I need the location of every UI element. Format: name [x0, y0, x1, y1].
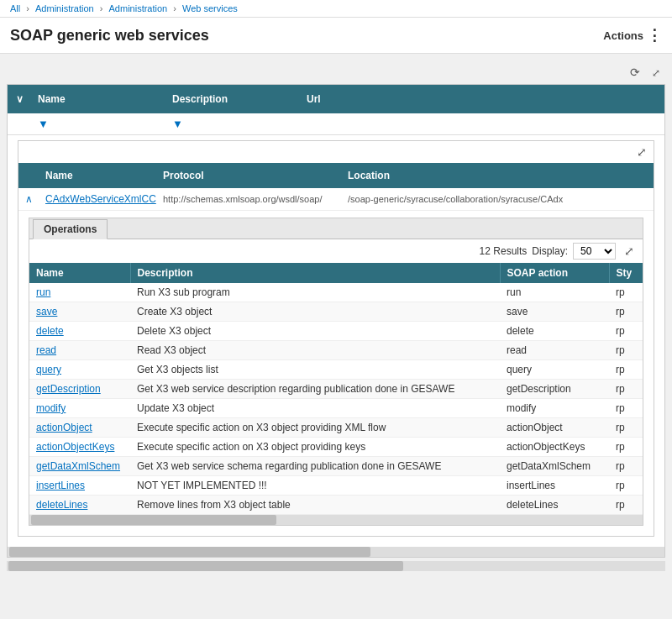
ops-row-soap: run	[500, 283, 609, 302]
ops-row-description: Execute specific action on X3 object pro…	[130, 418, 500, 438]
ops-row-description: Delete X3 object	[130, 322, 500, 341]
inner-fullscreen-icon: ⤢	[637, 145, 647, 159]
outer-table-container: ∨ Name Description Url ▼ ▼ ⤢ Name	[7, 84, 665, 558]
ops-row-name[interactable]: insertLines	[29, 476, 130, 496]
ops-table-row: deleteLinesRemove lines from X3 object t…	[29, 496, 643, 515]
ops-row-description: Execute specific action on X3 object pro…	[130, 438, 500, 457]
ops-header-row: Name Description SOAP action Sty	[29, 263, 643, 283]
ops-table-row: runRun X3 sub programrunrp	[29, 283, 643, 302]
ops-table-row: queryGet X3 objects listqueryrp	[29, 360, 643, 380]
outer-th-chevron: ∨	[8, 90, 31, 108]
ops-row-description: Get X3 objects list	[130, 360, 500, 380]
ops-row-style: rp	[609, 496, 643, 515]
ops-row-style: rp	[609, 322, 643, 341]
ops-table-row: actionObjectKeysExecute specific action …	[29, 438, 643, 457]
ops-row-style: rp	[609, 360, 643, 380]
actions-button[interactable]: Actions ⋮	[603, 26, 662, 45]
ops-row-soap: query	[500, 360, 609, 380]
actions-label: Actions	[603, 29, 643, 42]
ops-row-description: NOT YET IMPLEMENTED !!!	[130, 476, 500, 496]
inner-table-header: Name Protocol Location	[18, 163, 654, 188]
page-title: SOAP generic web services	[10, 27, 209, 45]
ops-th-style: Sty	[609, 263, 643, 283]
main-content: ⟳ ⤢ ∨ Name Description Url ▼ ▼	[0, 54, 672, 578]
inner-toolbar: ⤢	[18, 141, 654, 163]
ops-table-head: Name Description SOAP action Sty	[29, 263, 643, 283]
ops-row-description: Get X3 web service description regarding…	[130, 380, 500, 399]
inner-fullscreen-button[interactable]: ⤢	[633, 144, 650, 160]
ops-fullscreen-button[interactable]: ⤢	[621, 243, 638, 260]
toolbar-row: ⟳ ⤢	[7, 60, 665, 84]
display-label: Display:	[532, 245, 568, 257]
ops-row-name[interactable]: delete	[29, 322, 130, 341]
outer-th-name: Name	[31, 90, 165, 108]
outer-scrollbar[interactable]	[8, 547, 664, 557]
ops-row-name[interactable]: read	[29, 341, 130, 360]
fullscreen-button[interactable]: ⤢	[648, 64, 664, 81]
ops-row-style: rp	[609, 457, 643, 476]
ops-row-name[interactable]: actionObjectKeys	[29, 438, 130, 457]
outer-th-url: Url	[300, 90, 664, 108]
inner-row-name[interactable]: CAdxWebServiceXmlCC	[39, 191, 156, 207]
inner-expand-icon: ∧	[25, 193, 33, 205]
outer-filter-row: ▼ ▼	[8, 113, 664, 135]
filter-url	[300, 123, 664, 126]
page-scrollbar[interactable]	[7, 561, 665, 571]
ops-fullscreen-icon: ⤢	[624, 244, 634, 258]
ops-row-name[interactable]: query	[29, 360, 130, 380]
inner-row-location: /soap-generic/syracuse/collaboration/syr…	[341, 191, 593, 207]
breadcrumb-admin1[interactable]: Administration	[35, 3, 94, 13]
filter-desc[interactable]: ▼	[165, 116, 300, 132]
inner-container: ⤢ Name Protocol Location ∧ CAdxWebServic…	[18, 140, 654, 537]
operations-results-bar: 12 Results Display: 50 100 200 ⤢	[29, 239, 643, 263]
ops-row-description: Run X3 sub program	[130, 283, 500, 302]
ops-row-name[interactable]: deleteLines	[29, 496, 130, 515]
ops-row-soap: actionObject	[500, 418, 609, 438]
ops-table-row: getDescriptionGet X3 web service descrip…	[29, 380, 643, 399]
breadcrumb-all[interactable]: All	[10, 3, 20, 13]
ops-th-name: Name	[29, 263, 130, 283]
ops-row-style: rp	[609, 302, 643, 322]
ops-row-style: rp	[609, 341, 643, 360]
actions-dots-icon: ⋮	[647, 26, 662, 45]
inner-th-protocol: Protocol	[156, 167, 341, 184]
outer-expand-icon: ∨	[16, 93, 24, 105]
inner-th-location: Location	[341, 167, 654, 184]
ops-row-description: Create X3 object	[130, 302, 500, 322]
ops-row-name[interactable]: run	[29, 283, 130, 302]
ops-row-soap: read	[500, 341, 609, 360]
ops-table-body: runRun X3 sub programrunrpsaveCreate X3 …	[29, 283, 643, 515]
ops-row-name[interactable]: getDescription	[29, 380, 130, 399]
outer-th-description: Description	[165, 90, 300, 108]
ops-table-row: readRead X3 objectreadrp	[29, 341, 643, 360]
display-select[interactable]: 50 100 200	[573, 243, 616, 260]
ops-table-wrap: Name Description SOAP action Sty runRun …	[29, 263, 643, 515]
ops-th-soap: SOAP action	[500, 263, 609, 283]
ops-row-name[interactable]: save	[29, 302, 130, 322]
ops-row-style: rp	[609, 283, 643, 302]
breadcrumb-webservices[interactable]: Web services	[182, 3, 238, 13]
inner-th-chevron	[18, 173, 39, 178]
ops-table-row: actionObjectExecute specific action on X…	[29, 418, 643, 438]
inner-th-name: Name	[39, 167, 156, 184]
ops-row-name[interactable]: getDataXmlSchem	[29, 457, 130, 476]
ops-row-style: rp	[609, 418, 643, 438]
ops-row-soap: save	[500, 302, 609, 322]
ops-row-soap: delete	[500, 322, 609, 341]
ops-table-row: insertLinesNOT YET IMPLEMENTED !!!insert…	[29, 476, 643, 496]
ops-scrollbar[interactable]	[29, 515, 643, 525]
operations-tab[interactable]: Operations	[33, 219, 108, 239]
ops-row-description: Get X3 web service schema regarding publ…	[130, 457, 500, 476]
breadcrumb-admin2[interactable]: Administration	[109, 3, 168, 13]
ops-row-name[interactable]: actionObject	[29, 418, 130, 438]
ops-row-description: Read X3 object	[130, 341, 500, 360]
breadcrumb: All › Administration › Administration › …	[0, 0, 672, 18]
ops-th-description: Description	[130, 263, 500, 283]
filter-name[interactable]: ▼	[31, 116, 165, 132]
inner-data-row: ∧ CAdxWebServiceXmlCC http://schemas.xml…	[18, 188, 654, 211]
ops-row-name[interactable]: modify	[29, 399, 130, 418]
ops-row-soap: getDescription	[500, 380, 609, 399]
operations-section: Operations 12 Results Display: 50 100 20…	[29, 218, 643, 526]
inner-row-expand[interactable]: ∧	[18, 191, 39, 207]
refresh-button[interactable]: ⟳	[627, 64, 643, 81]
